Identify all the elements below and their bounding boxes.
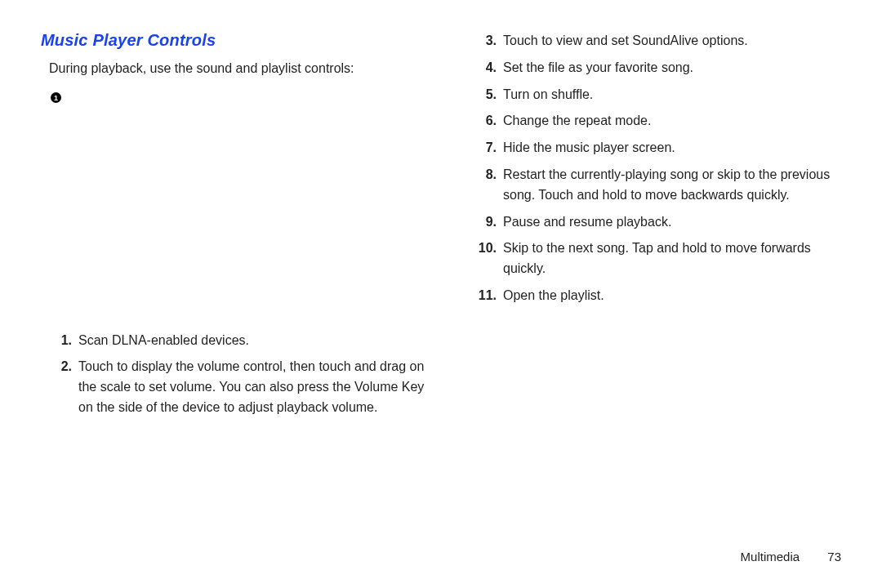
list-number: 6.	[466, 111, 503, 131]
list-text: Change the repeat mode.	[503, 111, 849, 131]
left-column: Music Player Controls During playback, u…	[41, 31, 425, 425]
figure-placeholder	[41, 104, 425, 331]
list-text: Set the file as your favorite song.	[503, 58, 849, 78]
list-text: Hide the music player screen.	[503, 138, 849, 158]
section-heading: Music Player Controls	[41, 31, 425, 50]
list-item: 10. Skip to the next song. Tap and hold …	[466, 238, 849, 279]
footer-page-number: 73	[827, 550, 841, 564]
list-text: Turn on shuffle.	[503, 85, 849, 105]
list-number: 2.	[41, 357, 78, 377]
list-item: 5. Turn on shuffle.	[466, 85, 849, 105]
list-item: 4. Set the file as your favorite song.	[466, 58, 849, 78]
list-number: 3.	[466, 31, 503, 51]
two-column-layout: Music Player Controls During playback, u…	[41, 31, 849, 425]
list-item: 9. Pause and resume playback.	[466, 212, 849, 233]
list-number: 7.	[466, 138, 503, 158]
callout-number-icon: 1	[51, 92, 61, 103]
list-text: Scan DLNA-enabled devices.	[78, 331, 425, 351]
right-column: 3. Touch to view and set SoundAlive opti…	[466, 31, 849, 425]
list-text: Touch to display the volume control, the…	[78, 357, 425, 417]
list-item: 6. Change the repeat mode.	[466, 111, 849, 131]
list-number: 11.	[466, 286, 503, 306]
callout-marker-row: 1	[41, 89, 425, 104]
list-number: 8.	[466, 165, 503, 185]
list-text: Open the playlist.	[503, 286, 849, 306]
list-number: 4.	[466, 58, 503, 78]
list-number: 9.	[466, 212, 503, 233]
list-text: Skip to the next song. Tap and hold to m…	[503, 238, 849, 279]
intro-text: During playback, use the sound and playl…	[49, 60, 425, 78]
list-item: 8. Restart the currently-playing song or…	[466, 165, 849, 206]
list-text: Restart the currently-playing song or sk…	[503, 165, 849, 206]
list-text: Touch to view and set SoundAlive options…	[503, 31, 849, 51]
footer-section-label: Multimedia	[741, 550, 800, 564]
list-number: 10.	[466, 238, 503, 259]
page-footer: Multimedia 73	[741, 550, 841, 564]
right-list: 3. Touch to view and set SoundAlive opti…	[466, 31, 849, 306]
list-item: 7. Hide the music player screen.	[466, 138, 849, 158]
list-item: 1. Scan DLNA-enabled devices.	[41, 331, 425, 351]
list-text: Pause and resume playback.	[503, 212, 849, 233]
list-number: 1.	[41, 331, 78, 351]
list-item: 2. Touch to display the volume control, …	[41, 357, 425, 417]
page: Music Player Controls During playback, u…	[0, 0, 882, 588]
list-number: 5.	[466, 85, 503, 105]
left-list: 1. Scan DLNA-enabled devices. 2. Touch t…	[41, 331, 425, 418]
list-item: 3. Touch to view and set SoundAlive opti…	[466, 31, 849, 51]
list-item: 11. Open the playlist.	[466, 286, 849, 306]
